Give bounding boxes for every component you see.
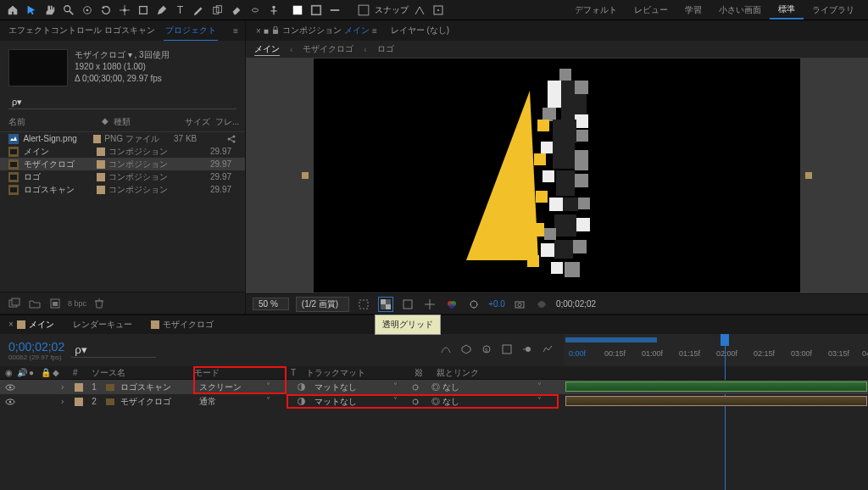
comp-mini-flow-icon[interactable] xyxy=(440,343,453,357)
layer-mode-select[interactable]: 通常 xyxy=(194,396,275,408)
col-label-icon[interactable]: ◆ xyxy=(53,368,64,377)
col-num[interactable]: # xyxy=(73,368,88,377)
bpc-toggle[interactable]: 8 bpc xyxy=(68,296,86,311)
composition-viewer-tab[interactable]: × ■ コンポジション メイン ≡ xyxy=(253,23,381,38)
panel-menu-icon[interactable]: ≡ xyxy=(233,26,238,36)
crumb-mosaic[interactable]: モザイクロゴ xyxy=(303,43,353,55)
workspace-small[interactable]: 小さい画面 xyxy=(710,0,770,19)
pickwhip-icon[interactable] xyxy=(406,382,425,393)
layer-bar[interactable] xyxy=(565,396,867,406)
col-type[interactable]: 種類 xyxy=(114,116,181,128)
share-icon[interactable] xyxy=(226,134,236,144)
trkmat-toggle-icon[interactable] xyxy=(294,397,308,406)
exposure-reset-icon[interactable] xyxy=(466,297,481,312)
project-item[interactable]: Alert-Sign.png PNG ファイル 37 KB xyxy=(0,132,245,145)
col-link-icon[interactable]: ⛓ xyxy=(415,368,433,377)
snap-opt2-icon[interactable] xyxy=(431,3,446,18)
col-trkmat[interactable]: トラックマット xyxy=(306,367,411,379)
hand-tool-icon[interactable] xyxy=(42,3,58,18)
puppet-tool-icon[interactable] xyxy=(266,3,281,18)
fill-swatch-icon[interactable] xyxy=(290,3,305,18)
layer-name[interactable]: モザイクロゴ xyxy=(120,396,191,408)
col-fr[interactable]: フレ... xyxy=(215,116,241,128)
workspace-standard[interactable]: 標準 xyxy=(770,0,804,19)
guides-icon[interactable] xyxy=(422,297,437,312)
zoom-select[interactable]: 50 % xyxy=(253,298,289,310)
draft3d-icon[interactable] xyxy=(460,343,474,357)
layer-tag[interactable] xyxy=(75,383,83,392)
twirl-icon[interactable]: › xyxy=(61,397,71,406)
layer-trkmat-select[interactable]: マットなし xyxy=(311,396,403,408)
workspace-default[interactable]: デフォルト xyxy=(566,0,626,19)
trash-icon[interactable] xyxy=(92,296,107,311)
mask-icon[interactable] xyxy=(400,297,415,312)
project-item[interactable]: ロゴ コンポジション 29.97 xyxy=(0,170,245,183)
layer-mode-select[interactable]: スクリーン xyxy=(194,381,275,393)
eye-toggle[interactable] xyxy=(5,382,17,393)
project-item[interactable]: メイン コンポジション 29.97 xyxy=(0,145,245,158)
col-source[interactable]: ソース名 xyxy=(92,367,191,379)
interpret-footage-icon[interactable] xyxy=(7,296,22,311)
timeline-tab-main[interactable]: ×メイン xyxy=(7,315,56,335)
graph-editor-icon[interactable] xyxy=(542,343,555,357)
viewer-area[interactable] xyxy=(246,58,868,293)
snap-opt1-icon[interactable] xyxy=(412,3,427,18)
channel-icon[interactable] xyxy=(444,297,459,312)
effects-tab[interactable]: エフェクトコントロール ロゴスキャン xyxy=(7,21,157,40)
col-solo-icon[interactable]: ● xyxy=(29,368,41,377)
eye-toggle[interactable] xyxy=(5,397,17,407)
zoom-tool-icon[interactable] xyxy=(61,3,76,18)
transparency-grid-icon[interactable] xyxy=(378,297,393,312)
selection-tool-icon[interactable] xyxy=(24,3,39,18)
col-name[interactable]: 名前 xyxy=(8,116,102,128)
shy-icon[interactable]: s xyxy=(481,343,494,357)
time-ruler[interactable]: 0:00f 00:15f 01:00f 01:15f 02:00f 02:15f… xyxy=(564,334,868,366)
rect-tool-icon[interactable] xyxy=(136,3,151,18)
workspace-library[interactable]: ライブラリ xyxy=(804,0,863,19)
col-size[interactable]: サイズ xyxy=(181,116,215,128)
new-comp-icon[interactable] xyxy=(47,296,63,311)
col-lock-icon[interactable]: 🔒 xyxy=(41,368,53,377)
timeline-layer-row[interactable]: › 2 モザイクロゴ 通常 マットなし ◎ なし xyxy=(0,394,868,409)
composition-canvas[interactable] xyxy=(314,58,800,292)
stroke-px-icon[interactable] xyxy=(327,3,342,18)
timeline-search-input[interactable] xyxy=(71,342,156,358)
layer-parent-select[interactable]: ◎ なし xyxy=(428,396,547,408)
new-folder-icon[interactable] xyxy=(27,296,42,311)
brush-tool-icon[interactable] xyxy=(192,3,207,18)
text-tool-icon[interactable]: T xyxy=(173,3,188,18)
pen-tool-icon[interactable] xyxy=(154,3,170,18)
crumb-logo[interactable]: ロゴ xyxy=(377,43,394,55)
snap-checkbox[interactable] xyxy=(356,3,371,18)
anchor-tool-icon[interactable] xyxy=(117,3,132,18)
twirl-icon[interactable]: › xyxy=(61,382,71,392)
pickwhip-icon[interactable] xyxy=(406,397,425,407)
col-mode[interactable]: モード xyxy=(194,367,287,379)
col-audio-icon[interactable]: 🔊 xyxy=(17,368,29,377)
layer-bar[interactable] xyxy=(565,381,867,392)
col-t[interactable]: T xyxy=(291,368,303,377)
timeline-tab-render[interactable]: レンダーキュー xyxy=(71,315,134,334)
project-item[interactable]: ロゴスキャン コンポジション 29.97 xyxy=(0,183,245,196)
crumb-main[interactable]: メイン xyxy=(254,43,280,56)
col-tag-icon[interactable]: ◆ xyxy=(102,116,114,128)
snapshot-icon[interactable] xyxy=(512,297,527,312)
home-icon[interactable] xyxy=(5,3,20,18)
frame-blend-icon[interactable] xyxy=(501,343,515,357)
playhead-head-icon[interactable] xyxy=(721,334,729,346)
project-tab[interactable]: プロジェクト xyxy=(164,21,218,41)
workspace-review[interactable]: レビュー xyxy=(626,0,676,19)
layer-viewer-tab[interactable]: レイヤー (なし) xyxy=(387,23,453,38)
quality-select[interactable]: (1/2 画質) xyxy=(296,297,349,312)
show-snapshot-icon[interactable] xyxy=(534,297,549,312)
stroke-swatch-icon[interactable] xyxy=(309,3,324,18)
roi-icon[interactable] xyxy=(356,297,371,312)
layer-parent-select[interactable]: ◎ なし xyxy=(428,381,547,393)
viewer-timecode[interactable]: 0;00;02;02 xyxy=(556,299,596,309)
timeline-tab-mosaic[interactable]: モザイクロゴ xyxy=(149,315,215,334)
roto-tool-icon[interactable] xyxy=(248,3,263,18)
rotate-tool-icon[interactable] xyxy=(98,3,114,18)
project-item[interactable]: モザイクロゴ コンポジション 29.97 xyxy=(0,158,245,170)
trkmat-toggle-icon[interactable] xyxy=(294,382,308,392)
workspace-learn[interactable]: 学習 xyxy=(676,0,710,19)
